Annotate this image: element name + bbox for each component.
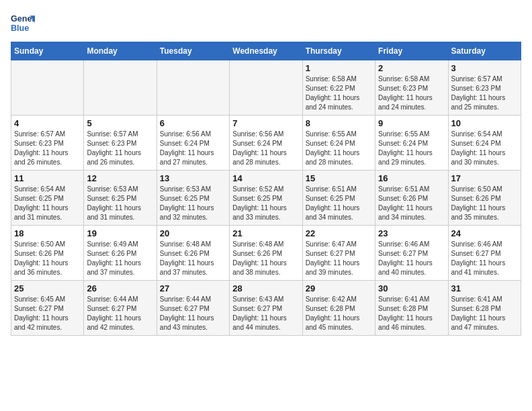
- day-number: 5: [87, 118, 153, 128]
- day-cell: 17Sunrise: 6:50 AMSunset: 6:26 PMDayligh…: [448, 171, 521, 226]
- day-info: Sunrise: 6:57 AMSunset: 6:23 PMDaylight:…: [451, 75, 518, 112]
- day-cell: [84, 60, 157, 116]
- day-number: 2: [378, 63, 445, 73]
- day-cell: 27Sunrise: 6:44 AMSunset: 6:27 PMDayligh…: [157, 281, 229, 336]
- day-number: 24: [451, 228, 518, 238]
- day-number: 7: [232, 118, 299, 128]
- day-cell: 16Sunrise: 6:51 AMSunset: 6:26 PMDayligh…: [375, 171, 448, 226]
- day-cell: 25Sunrise: 6:45 AMSunset: 6:27 PMDayligh…: [11, 281, 84, 336]
- day-cell: 21Sunrise: 6:48 AMSunset: 6:26 PMDayligh…: [230, 226, 302, 281]
- day-number: 10: [451, 118, 518, 128]
- day-number: 25: [14, 283, 81, 293]
- day-cell: 12Sunrise: 6:53 AMSunset: 6:25 PMDayligh…: [84, 171, 157, 226]
- day-cell: 11Sunrise: 6:54 AMSunset: 6:25 PMDayligh…: [11, 171, 84, 226]
- header-cell-monday: Monday: [84, 42, 157, 60]
- day-cell: 1Sunrise: 6:58 AMSunset: 6:22 PMDaylight…: [302, 60, 375, 116]
- week-row-5: 25Sunrise: 6:45 AMSunset: 6:27 PMDayligh…: [11, 281, 521, 336]
- header-cell-sunday: Sunday: [11, 42, 84, 60]
- header-cell-saturday: Saturday: [448, 42, 521, 60]
- day-number: 6: [160, 118, 226, 128]
- day-number: 19: [87, 228, 153, 238]
- day-info: Sunrise: 6:57 AMSunset: 6:23 PMDaylight:…: [87, 130, 153, 167]
- day-info: Sunrise: 6:58 AMSunset: 6:22 PMDaylight:…: [306, 75, 372, 112]
- day-cell: 22Sunrise: 6:47 AMSunset: 6:27 PMDayligh…: [302, 226, 375, 281]
- day-cell: 6Sunrise: 6:56 AMSunset: 6:24 PMDaylight…: [157, 116, 229, 171]
- logo-icon: General Blue: [11, 11, 35, 35]
- day-number: 27: [160, 283, 226, 293]
- day-number: 8: [306, 118, 372, 128]
- day-info: Sunrise: 6:56 AMSunset: 6:24 PMDaylight:…: [160, 130, 226, 167]
- day-number: 30: [378, 283, 445, 293]
- day-cell: 3Sunrise: 6:57 AMSunset: 6:23 PMDaylight…: [448, 60, 521, 116]
- svg-text:Blue: Blue: [11, 24, 29, 33]
- day-cell: 18Sunrise: 6:50 AMSunset: 6:26 PMDayligh…: [11, 226, 84, 281]
- day-cell: 14Sunrise: 6:52 AMSunset: 6:25 PMDayligh…: [230, 171, 302, 226]
- day-cell: 9Sunrise: 6:55 AMSunset: 6:24 PMDaylight…: [375, 116, 448, 171]
- day-number: 17: [451, 173, 518, 183]
- day-info: Sunrise: 6:41 AMSunset: 6:28 PMDaylight:…: [451, 295, 518, 332]
- calendar-table: SundayMondayTuesdayWednesdayThursdayFrid…: [11, 42, 521, 336]
- day-info: Sunrise: 6:54 AMSunset: 6:24 PMDaylight:…: [451, 130, 518, 167]
- header-cell-wednesday: Wednesday: [230, 42, 302, 60]
- day-info: Sunrise: 6:50 AMSunset: 6:26 PMDaylight:…: [451, 185, 518, 222]
- week-row-1: 1Sunrise: 6:58 AMSunset: 6:22 PMDaylight…: [11, 60, 521, 116]
- day-number: 20: [160, 228, 226, 238]
- day-number: 15: [306, 173, 372, 183]
- header-cell-thursday: Thursday: [302, 42, 375, 60]
- day-number: 13: [160, 173, 226, 183]
- day-cell: 30Sunrise: 6:41 AMSunset: 6:28 PMDayligh…: [375, 281, 448, 336]
- day-info: Sunrise: 6:50 AMSunset: 6:26 PMDaylight:…: [14, 240, 81, 277]
- day-cell: 28Sunrise: 6:43 AMSunset: 6:27 PMDayligh…: [230, 281, 302, 336]
- day-cell: [230, 60, 302, 116]
- day-info: Sunrise: 6:46 AMSunset: 6:27 PMDaylight:…: [378, 240, 445, 277]
- day-number: 31: [451, 283, 518, 293]
- day-number: 14: [232, 173, 299, 183]
- day-cell: [157, 60, 229, 116]
- day-cell: 15Sunrise: 6:51 AMSunset: 6:25 PMDayligh…: [302, 171, 375, 226]
- day-cell: 4Sunrise: 6:57 AMSunset: 6:23 PMDaylight…: [11, 116, 84, 171]
- week-row-2: 4Sunrise: 6:57 AMSunset: 6:23 PMDaylight…: [11, 116, 521, 171]
- day-number: 23: [378, 228, 445, 238]
- day-info: Sunrise: 6:57 AMSunset: 6:23 PMDaylight:…: [14, 130, 81, 167]
- day-info: Sunrise: 6:53 AMSunset: 6:25 PMDaylight:…: [160, 185, 226, 222]
- day-info: Sunrise: 6:41 AMSunset: 6:28 PMDaylight:…: [378, 295, 445, 332]
- day-cell: 8Sunrise: 6:55 AMSunset: 6:24 PMDaylight…: [302, 116, 375, 171]
- day-info: Sunrise: 6:44 AMSunset: 6:27 PMDaylight:…: [87, 295, 153, 332]
- day-cell: 26Sunrise: 6:44 AMSunset: 6:27 PMDayligh…: [84, 281, 157, 336]
- day-info: Sunrise: 6:52 AMSunset: 6:25 PMDaylight:…: [232, 185, 299, 222]
- day-number: 29: [306, 283, 372, 293]
- day-info: Sunrise: 6:45 AMSunset: 6:27 PMDaylight:…: [14, 295, 81, 332]
- day-cell: 24Sunrise: 6:46 AMSunset: 6:27 PMDayligh…: [448, 226, 521, 281]
- day-info: Sunrise: 6:56 AMSunset: 6:24 PMDaylight:…: [232, 130, 299, 167]
- day-info: Sunrise: 6:55 AMSunset: 6:24 PMDaylight:…: [306, 130, 372, 167]
- day-number: 12: [87, 173, 153, 183]
- day-cell: 31Sunrise: 6:41 AMSunset: 6:28 PMDayligh…: [448, 281, 521, 336]
- day-info: Sunrise: 6:48 AMSunset: 6:26 PMDaylight:…: [160, 240, 226, 277]
- header-cell-friday: Friday: [375, 42, 448, 60]
- week-row-4: 18Sunrise: 6:50 AMSunset: 6:26 PMDayligh…: [11, 226, 521, 281]
- day-number: 28: [232, 283, 299, 293]
- day-cell: 23Sunrise: 6:46 AMSunset: 6:27 PMDayligh…: [375, 226, 448, 281]
- day-info: Sunrise: 6:42 AMSunset: 6:28 PMDaylight:…: [306, 295, 372, 332]
- day-number: 9: [378, 118, 445, 128]
- calendar-header: SundayMondayTuesdayWednesdayThursdayFrid…: [11, 42, 521, 60]
- day-cell: 10Sunrise: 6:54 AMSunset: 6:24 PMDayligh…: [448, 116, 521, 171]
- day-number: 4: [14, 118, 81, 128]
- day-info: Sunrise: 6:44 AMSunset: 6:27 PMDaylight:…: [160, 295, 226, 332]
- day-cell: 13Sunrise: 6:53 AMSunset: 6:25 PMDayligh…: [157, 171, 229, 226]
- day-info: Sunrise: 6:43 AMSunset: 6:27 PMDaylight:…: [232, 295, 299, 332]
- day-cell: 2Sunrise: 6:58 AMSunset: 6:23 PMDaylight…: [375, 60, 448, 116]
- day-cell: 7Sunrise: 6:56 AMSunset: 6:24 PMDaylight…: [230, 116, 302, 171]
- day-info: Sunrise: 6:46 AMSunset: 6:27 PMDaylight:…: [451, 240, 518, 277]
- day-number: 21: [232, 228, 299, 238]
- header-cell-tuesday: Tuesday: [157, 42, 229, 60]
- day-info: Sunrise: 6:55 AMSunset: 6:24 PMDaylight:…: [378, 130, 445, 167]
- day-cell: 5Sunrise: 6:57 AMSunset: 6:23 PMDaylight…: [84, 116, 157, 171]
- day-info: Sunrise: 6:48 AMSunset: 6:26 PMDaylight:…: [232, 240, 299, 277]
- calendar-body: 1Sunrise: 6:58 AMSunset: 6:22 PMDaylight…: [11, 60, 521, 336]
- day-info: Sunrise: 6:51 AMSunset: 6:26 PMDaylight:…: [378, 185, 445, 222]
- logo: General Blue: [11, 11, 35, 35]
- day-cell: 19Sunrise: 6:49 AMSunset: 6:26 PMDayligh…: [84, 226, 157, 281]
- day-number: 3: [451, 63, 518, 73]
- day-number: 16: [378, 173, 445, 183]
